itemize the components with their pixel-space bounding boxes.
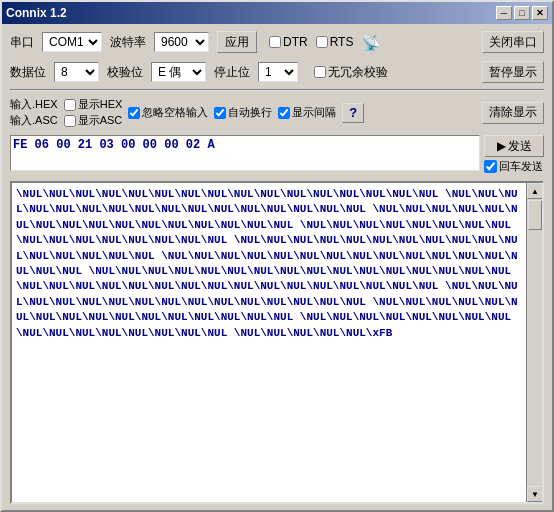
stop-bits-select[interactable]: 1 (258, 62, 298, 82)
dtr-label: DTR (283, 35, 308, 49)
vertical-scrollbar[interactable]: ▲ ▼ (526, 183, 542, 502)
clear-display-button[interactable]: 清除显示 (482, 102, 544, 124)
cr-checkbox-group: 回车发送 (484, 159, 544, 174)
ignore-space-label: 忽略空格输入 (142, 105, 208, 120)
show-interval-checkbox[interactable] (278, 107, 290, 119)
cr-checkbox[interactable] (484, 160, 497, 173)
send-label: 发送 (508, 138, 532, 155)
auto-wrap-label: 自动换行 (228, 105, 272, 120)
data-bits-select[interactable]: 8 (54, 62, 99, 82)
help-button[interactable]: ? (342, 103, 364, 123)
window-controls: ─ □ ✕ (496, 6, 548, 20)
cr-label: 回车发送 (499, 159, 543, 174)
minimize-button[interactable]: ─ (496, 6, 512, 20)
send-controls: ▶ 发送 回车发送 (484, 135, 544, 174)
rts-checkbox-group: RTS (316, 35, 354, 49)
send-icon: ▶ (497, 139, 506, 153)
display-hex-label: 显示HEX (78, 97, 123, 112)
antenna-icon: 📡 (361, 33, 381, 52)
display-asc-label: 显示ASC (78, 113, 123, 128)
data-bits-label: 数据位 (10, 64, 46, 81)
close-port-button[interactable]: 关闭串口 (482, 31, 544, 53)
send-area: ▶ 发送 回车发送 (6, 133, 548, 176)
no-parity-checkbox[interactable] (314, 66, 326, 78)
serial-config-row: 串口 COM1 波特率 9600 应用 DTR RTS 📡 关闭串口 (6, 28, 548, 56)
ignore-space-group: 忽略空格输入 (128, 105, 208, 120)
scroll-down-button[interactable]: ▼ (527, 486, 543, 502)
data-config-row: 数据位 8 校验位 E 偶 停止位 1 无冗余校验 暂停显示 (6, 59, 548, 85)
display-asc-group: 显示ASC (64, 113, 123, 128)
separator1 (10, 89, 544, 91)
parity-select[interactable]: E 偶 (151, 62, 206, 82)
output-text-content[interactable]: \NUL\NUL\NUL\NUL\NUL\NUL\NUL\NUL\NUL\NUL… (12, 183, 526, 502)
parity-label: 校验位 (107, 64, 143, 81)
scroll-thumb[interactable] (528, 200, 542, 230)
input-asc-label: 输入.ASC (10, 113, 58, 128)
show-interval-label: 显示间隔 (292, 105, 336, 120)
rts-checkbox[interactable] (316, 36, 328, 48)
display-hex-group: 显示HEX (64, 97, 123, 112)
scroll-up-button[interactable]: ▲ (527, 183, 543, 199)
title-bar: Connix 1.2 ─ □ ✕ (2, 2, 552, 24)
send-button[interactable]: ▶ 发送 (484, 135, 544, 157)
ignore-space-checkbox[interactable] (128, 107, 140, 119)
main-window: Connix 1.2 ─ □ ✕ 串口 COM1 波特率 9600 应用 DTR (0, 0, 554, 512)
dtr-rts-group: DTR RTS (269, 35, 353, 49)
baud-rate-label: 波特率 (110, 34, 146, 51)
window-content: 串口 COM1 波特率 9600 应用 DTR RTS 📡 关闭串口 (2, 24, 552, 510)
send-input[interactable] (10, 135, 480, 171)
show-interval-group: 显示间隔 (278, 105, 336, 120)
no-parity-group: 无冗余校验 (314, 64, 388, 81)
dtr-checkbox[interactable] (269, 36, 281, 48)
stop-bits-label: 停止位 (214, 64, 250, 81)
no-parity-label: 无冗余校验 (328, 64, 388, 81)
pause-display-button[interactable]: 暂停显示 (482, 61, 544, 83)
scroll-track (527, 199, 542, 486)
auto-wrap-group: 自动换行 (214, 105, 272, 120)
baud-rate-select[interactable]: 9600 (154, 32, 209, 52)
close-button[interactable]: ✕ (532, 6, 548, 20)
dtr-checkbox-group: DTR (269, 35, 308, 49)
serial-port-label: 串口 (10, 34, 34, 51)
display-hex-checkbox[interactable] (64, 99, 76, 111)
rts-label: RTS (330, 35, 354, 49)
output-area: \NUL\NUL\NUL\NUL\NUL\NUL\NUL\NUL\NUL\NUL… (10, 181, 544, 504)
apply-button[interactable]: 应用 (217, 31, 257, 53)
serial-port-select[interactable]: COM1 (42, 32, 102, 52)
input-hex-label: 输入.HEX (10, 97, 58, 112)
auto-wrap-checkbox[interactable] (214, 107, 226, 119)
hex-asc-row: 输入.HEX 输入.ASC 显示HEX 显示ASC 忽略空格输入 自动 (6, 95, 548, 130)
maximize-button[interactable]: □ (514, 6, 530, 20)
window-title: Connix 1.2 (6, 6, 67, 20)
display-asc-checkbox[interactable] (64, 115, 76, 127)
